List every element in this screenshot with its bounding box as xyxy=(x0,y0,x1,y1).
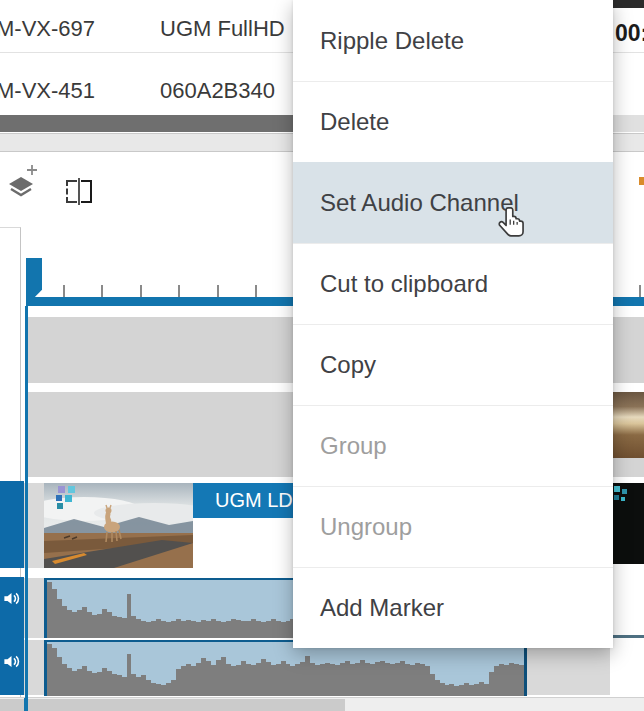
clip-thumbnail[interactable] xyxy=(44,483,193,568)
menu-item-add-marker[interactable]: Add Marker xyxy=(293,567,613,648)
audio-monitor-button[interactable] xyxy=(1,651,21,671)
panel-header-strip xyxy=(613,0,644,8)
context-menu: Ripple DeleteDeleteSet Audio ChannelCut … xyxy=(293,0,613,648)
speaker-icon xyxy=(2,652,21,671)
bin-row-name[interactable]: M-VX-697 xyxy=(0,16,95,42)
timeline-hscrollbar-thumb[interactable] xyxy=(0,699,345,711)
audio-waveform xyxy=(47,642,524,696)
clip-thumbnail[interactable] xyxy=(612,392,644,458)
bin-row-name[interactable]: M-VX-451 xyxy=(0,78,95,104)
watermark-pixel xyxy=(614,486,620,492)
clip-label-text: UGM LD xyxy=(215,489,293,512)
track-header-audio[interactable] xyxy=(0,577,24,695)
menu-item-set-audio-channel[interactable]: Set Audio Channel xyxy=(293,162,613,243)
bin-row-description[interactable]: 060A2B340 xyxy=(160,78,275,104)
trim-icon xyxy=(66,178,92,205)
menu-item-copy[interactable]: Copy xyxy=(293,324,613,405)
menu-item-delete[interactable]: Delete xyxy=(293,81,613,162)
trim-button[interactable] xyxy=(64,176,94,206)
menu-item-ungroup: Ungroup xyxy=(293,486,613,567)
menu-item-group: Group xyxy=(293,405,613,486)
audio-monitor-button[interactable] xyxy=(1,588,21,608)
speaker-icon xyxy=(2,589,21,608)
audio-clip[interactable] xyxy=(44,640,527,696)
desert-llama-thumbnail xyxy=(44,483,193,568)
add-layer-icon xyxy=(5,162,39,204)
add-layer-button[interactable] xyxy=(4,160,40,206)
timeline-hscrollbar[interactable] xyxy=(0,697,644,711)
track-header-video[interactable] xyxy=(0,481,24,568)
watermark-pixel xyxy=(614,495,619,500)
video-editor-window: M-VX-697 UGM FullHD M-VX-451 060A2B340 0… xyxy=(0,0,644,711)
bin-row-description[interactable]: UGM FullHD xyxy=(160,16,285,42)
menu-item-cut-to-clipboard[interactable]: Cut to clipboard xyxy=(293,243,613,324)
audio-clip-sliver xyxy=(610,568,644,695)
menu-item-ripple-delete[interactable]: Ripple Delete xyxy=(293,0,613,81)
marker-icon[interactable] xyxy=(639,177,644,185)
watermark-pixel xyxy=(621,497,625,501)
watermark-pixel xyxy=(622,489,627,494)
playhead-line[interactable] xyxy=(25,306,28,711)
clip-divider-line xyxy=(610,635,644,638)
bin-row-duration: 00: xyxy=(615,20,644,47)
clip-thumbnail[interactable] xyxy=(612,483,644,564)
